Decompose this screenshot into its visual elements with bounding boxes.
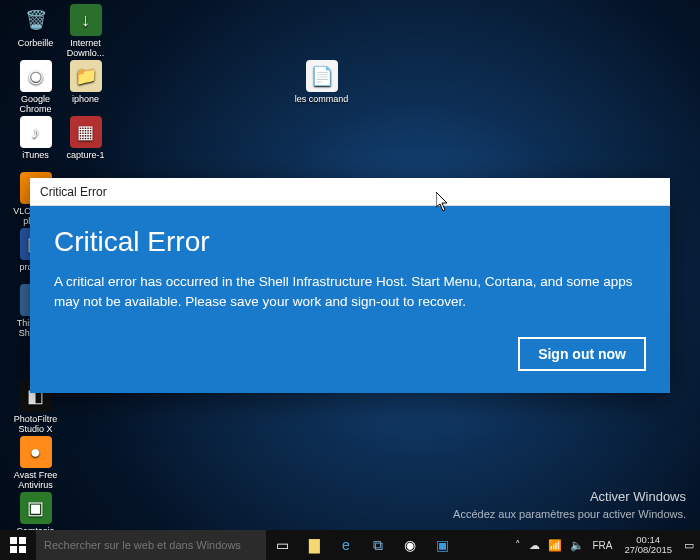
desktop-icon[interactable]: ▦capture-1	[58, 116, 113, 161]
desktop-icon[interactable]: ●Avast Free Antivirus	[8, 436, 63, 491]
tray-chevron-icon[interactable]: ˄	[515, 539, 521, 552]
desktop-icon-label: iphone	[72, 95, 99, 105]
activation-watermark: Activer Windows Accédez aux paramètres p…	[453, 488, 686, 522]
taskbar-app-chrome[interactable]: ◉	[394, 530, 426, 560]
system-tray: ˄ ☁ 📶 🔈 FRA 00:14 27/08/2015 ▭	[509, 530, 700, 560]
tray-onedrive-icon[interactable]: ☁	[529, 539, 540, 552]
desktop-icon-glyph: ◉	[20, 60, 52, 92]
svg-rect-0	[10, 537, 17, 544]
desktop-icon[interactable]: ◉Google Chrome	[8, 60, 63, 115]
svg-rect-2	[10, 546, 17, 553]
desktop-icon-label: Avast Free Antivirus	[8, 471, 63, 491]
desktop-icon-label: les command	[295, 95, 349, 105]
desktop-icon-glyph: ↓	[70, 4, 102, 36]
tray-notifications-icon[interactable]: ▭	[684, 539, 694, 552]
taskbar-search[interactable]	[36, 530, 266, 560]
task-view-button[interactable]: ▭	[266, 530, 298, 560]
tray-volume-icon[interactable]: 🔈	[570, 539, 584, 552]
desktop-icon-glyph: 📄	[306, 60, 338, 92]
windows-logo-icon	[10, 537, 26, 553]
desktop-icon-glyph: 📁	[70, 60, 102, 92]
tray-network-icon[interactable]: 📶	[548, 539, 562, 552]
desktop-icon-glyph: ♪	[20, 116, 52, 148]
start-button[interactable]	[0, 530, 36, 560]
desktop-icon[interactable]: 📁iphone	[58, 60, 113, 105]
desktop-icon-label: Internet Downlo...	[58, 39, 113, 59]
taskbar-pinned: ▭ ▇ e ⧉ ◉ ▣	[266, 530, 458, 560]
taskbar: ▭ ▇ e ⧉ ◉ ▣ ˄ ☁ 📶 🔈 FRA 00:14 27/08/2015…	[0, 530, 700, 560]
desktop-icon-glyph: ▣	[20, 492, 52, 524]
tray-language[interactable]: FRA	[592, 540, 612, 551]
critical-error-dialog: Critical Error Critical Error A critical…	[30, 178, 670, 393]
desktop-icon-label: capture-1	[66, 151, 104, 161]
desktop-icon-label: Google Chrome	[8, 95, 63, 115]
dialog-body: Critical Error A critical error has occu…	[30, 206, 670, 393]
taskbar-app-edge[interactable]: e	[330, 530, 362, 560]
desktop-icon-label: iTunes	[22, 151, 49, 161]
taskbar-app-explorer[interactable]: ▇	[298, 530, 330, 560]
dialog-message: A critical error has occurred in the She…	[54, 272, 646, 311]
desktop-icon[interactable]: 🗑️Corbeille	[8, 4, 63, 49]
desktop-icon-label: Corbeille	[18, 39, 54, 49]
taskbar-app-media[interactable]: ▣	[426, 530, 458, 560]
dialog-heading: Critical Error	[54, 226, 646, 258]
taskbar-app-store[interactable]: ⧉	[362, 530, 394, 560]
watermark-subtitle: Accédez aux paramètres pour activer Wind…	[453, 507, 686, 522]
sign-out-button[interactable]: Sign out now	[518, 337, 646, 371]
tray-date: 27/08/2015	[624, 545, 672, 555]
search-input[interactable]	[44, 539, 258, 551]
svg-rect-3	[19, 546, 26, 553]
dialog-title-text: Critical Error	[40, 185, 107, 199]
desktop-icon[interactable]: ♪iTunes	[8, 116, 63, 161]
desktop-icon[interactable]: 📄les command	[294, 60, 349, 105]
watermark-title: Activer Windows	[453, 488, 686, 506]
desktop-icon-glyph: ▦	[70, 116, 102, 148]
tray-clock[interactable]: 00:14 27/08/2015	[620, 535, 676, 556]
desktop-icon-glyph: 🗑️	[20, 4, 52, 36]
desktop-icon-label: PhotoFiltre Studio X	[8, 415, 63, 435]
dialog-titlebar[interactable]: Critical Error	[30, 178, 670, 206]
desktop-icon[interactable]: ↓Internet Downlo...	[58, 4, 113, 59]
svg-rect-1	[19, 537, 26, 544]
desktop-icon-glyph: ●	[20, 436, 52, 468]
